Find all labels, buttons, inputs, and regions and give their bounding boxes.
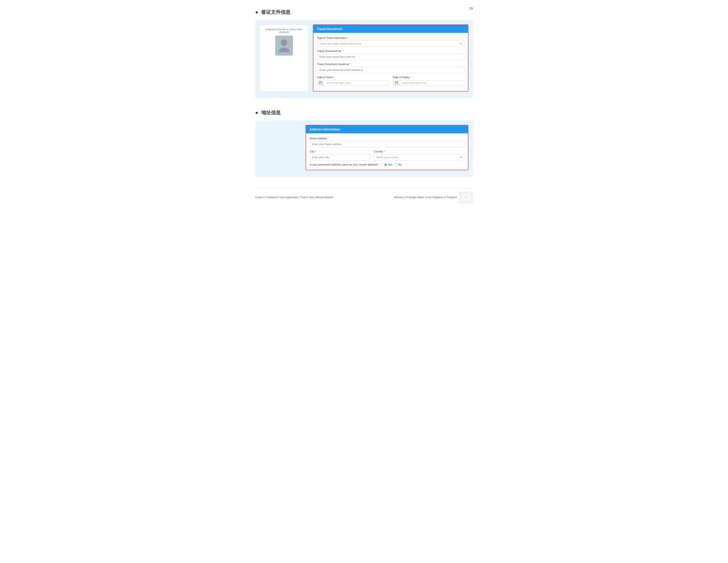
doc-no-input[interactable] bbox=[317, 54, 464, 60]
page-number: 29 bbox=[469, 7, 473, 10]
date-issue-wrapper[interactable]: Select your date of iss... bbox=[317, 80, 388, 86]
travel-doc-type-select[interactable]: Select your type of travel document bbox=[317, 41, 464, 47]
svg-rect-5 bbox=[395, 82, 398, 84]
date-expiry-wrapper[interactable]: Select your date of ex... bbox=[393, 80, 464, 86]
date-issue-field: Date of Issue * bbox=[317, 76, 388, 86]
address-information-body: Home Address * City * bbox=[306, 133, 468, 170]
travel-document-header: Travel Document bbox=[313, 25, 468, 33]
date-expiry-field: Date of Expiry * bbox=[393, 76, 464, 86]
upload-text: Drag and drop file or browse from comput… bbox=[263, 28, 305, 33]
date-issue-label: Date of Issue * bbox=[317, 76, 388, 79]
date-issue-text: Select your date of iss... bbox=[324, 80, 388, 86]
radio-yes-label: Yes bbox=[388, 163, 392, 166]
footer-left: Guide to Thailand E-Visa Application | T… bbox=[255, 196, 333, 199]
radio-no-label: No bbox=[398, 163, 402, 166]
address-information-card: Address Information Home Address * City … bbox=[306, 125, 468, 170]
city-field: City * bbox=[310, 150, 370, 160]
home-address-input[interactable] bbox=[310, 141, 464, 147]
radio-yes[interactable] bbox=[384, 163, 387, 166]
permanent-address-row: Is your permanent address same as your c… bbox=[310, 163, 464, 166]
svg-rect-1 bbox=[319, 82, 322, 84]
avatar-placeholder bbox=[275, 36, 293, 56]
city-label: City * bbox=[310, 150, 370, 153]
country-field: Country * Select your country bbox=[374, 150, 464, 160]
section1-title: 签证文件信息 bbox=[255, 9, 473, 16]
section2-card-area: Address Information Home Address * City … bbox=[255, 120, 473, 177]
address-information-header: Address Information bbox=[306, 125, 468, 133]
footer-right-area: Ministry of Foreign Affairs of the Kingd… bbox=[394, 192, 473, 203]
country-select[interactable]: Select your country bbox=[374, 154, 464, 160]
avatar-icon bbox=[277, 38, 291, 53]
section2-title: 地址信息 bbox=[255, 109, 473, 116]
doc-no-label: Travel Document No. * bbox=[317, 50, 464, 53]
date-expiry-label: Date of Expiry * bbox=[393, 76, 464, 79]
footer-right-text: Ministry of Foreign Affairs of the Kingd… bbox=[394, 196, 457, 199]
svg-point-0 bbox=[281, 39, 287, 46]
page-container: 29 签证文件信息 Drag and drop file or browse f… bbox=[242, 0, 486, 216]
city-input[interactable] bbox=[310, 154, 370, 160]
city-country-row: City * Country * Select your country bbox=[310, 150, 464, 160]
type-label: Type of Travel Document * bbox=[317, 36, 464, 40]
browse-link[interactable]: browse bbox=[289, 28, 296, 31]
calendar-icon-issue bbox=[317, 80, 324, 86]
section1-card-area: Drag and drop file or browse from comput… bbox=[255, 20, 473, 98]
calendar-icon-expiry bbox=[393, 80, 400, 86]
upload-panel: Drag and drop file or browse from comput… bbox=[260, 24, 308, 92]
radio-no-option[interactable]: No bbox=[395, 163, 402, 166]
date-row: Date of Issue * bbox=[317, 76, 464, 86]
page-footer: Guide to Thailand E-Visa Application | T… bbox=[255, 188, 473, 203]
footer-logo: LOGO bbox=[459, 192, 473, 203]
travel-document-card: Travel Document Type of Travel Document … bbox=[313, 24, 468, 92]
country-label: Country * bbox=[374, 150, 464, 153]
permanent-address-label: Is your permanent address same as your c… bbox=[310, 163, 379, 166]
home-address-label: Home Address * bbox=[310, 137, 464, 140]
date-expiry-text: Select your date of ex... bbox=[400, 80, 464, 86]
issued-at-label: Travel Document Issued at * bbox=[317, 63, 464, 66]
travel-document-body: Type of Travel Document * Select your ty… bbox=[313, 33, 468, 91]
radio-no[interactable] bbox=[395, 163, 398, 166]
svg-text:LOGO: LOGO bbox=[464, 196, 468, 198]
radio-yes-option[interactable]: Yes bbox=[384, 163, 392, 166]
issued-at-input[interactable] bbox=[317, 67, 464, 73]
